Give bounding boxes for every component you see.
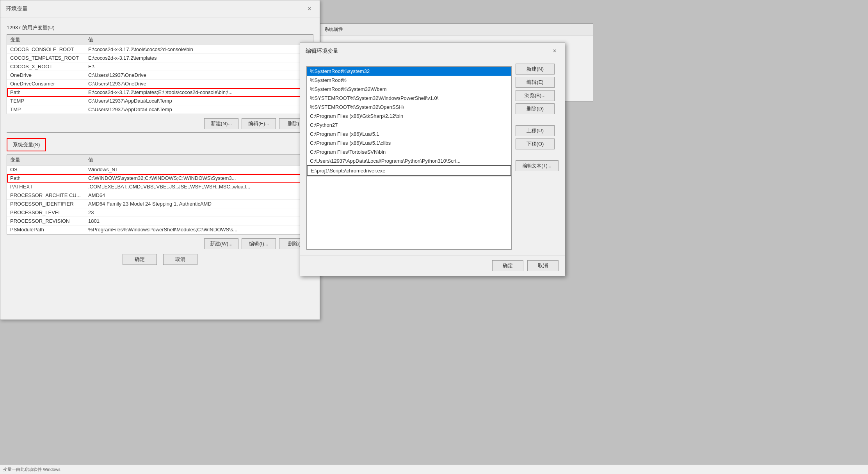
path-list-item[interactable]: %SYSTEMROOT%\System32\WindowsPowerShell\… (307, 94, 511, 103)
path-list-item[interactable]: %SYSTEMROOT%\System32\OpenSSH\ (307, 103, 511, 112)
path-list-item[interactable]: %SystemRoot%\System32\Wbem (307, 85, 511, 94)
user-table-row[interactable]: OneDriveConsumerC:\Users\12937\OneDrive (7, 80, 313, 88)
env-cancel-btn[interactable]: 取消 (163, 254, 197, 265)
user-val-cell: E:\cocos2d-x-3.17.2\templates (85, 54, 313, 62)
user-section-label: 12937 的用户变量(U) (7, 24, 313, 31)
path-list-item[interactable]: C:\Program Files (x86)\GtkSharp\2.12\bin (307, 112, 511, 121)
system-table-col-var: 变量 (7, 155, 85, 165)
system-val-cell: AMD64 (85, 191, 313, 200)
system-val-cell: %ProgramFiles%\WindowsPowerShell\Modules… (85, 225, 313, 234)
system-var-cell: PATHEXT (7, 183, 85, 191)
edit-text-btn[interactable]: 编辑文本(T)... (516, 160, 559, 171)
env-ok-btn[interactable]: 确定 (123, 254, 157, 265)
user-table-col-val: 值 (85, 35, 313, 45)
path-list-item[interactable]: C:\Program Files (x86)\Lua\5.1\clibs (307, 138, 511, 147)
env-dialog-body: 12937 的用户变量(U) 变量 值 COCOS_CONSOLE_ROOTE:… (0, 18, 320, 271)
edit-cancel-btn[interactable]: 取消 (527, 260, 559, 271)
system-table-row[interactable]: PROCESSOR_IDENTIFIERAMD64 Family 23 Mode… (7, 200, 313, 208)
user-var-cell: OneDriveConsumer (7, 80, 85, 88)
env-dialog-titlebar: 环境变量 × (0, 0, 320, 18)
system-var-cell: PROCESSOR_IDENTIFIER (7, 200, 85, 208)
user-var-cell: COCOS_CONSOLE_ROOT (7, 45, 85, 54)
edit-edit-btn[interactable]: 编辑(E) (516, 77, 555, 88)
system-new-btn[interactable]: 新建(W)... (204, 238, 238, 249)
user-table-row[interactable]: TMPC:\Users\12937\AppData\Local\Temp (7, 105, 313, 114)
user-btn-row: 新建(N)... 编辑(E)... 删除(D) (7, 118, 313, 129)
section-divider (7, 132, 313, 133)
user-table-row[interactable]: COCOS_CONSOLE_ROOTE:\cocos2d-x-3.17.2\to… (7, 45, 313, 54)
user-table-row[interactable]: COCOS_X_ROOTE:\ (7, 62, 313, 71)
user-val-cell: C:\Users\12937\AppData\Local\Temp (85, 105, 313, 114)
system-table-row[interactable]: PROCESSOR_LEVEL23 (7, 208, 313, 217)
user-val-cell: C:\Users\12937\OneDrive (85, 80, 313, 88)
system-var-cell: PROCESSOR_REVISION (7, 217, 85, 225)
system-val-cell: AMD64 Family 23 Model 24 Stepping 1, Aut… (85, 200, 313, 208)
system-table-row[interactable]: PathC:\WINDOWS\system32;C:\WINDOWS;C:\WI… (7, 174, 313, 183)
system-table-row[interactable]: PROCESSOR_REVISION1801 (7, 217, 313, 225)
path-list-item[interactable]: C:\Users\12937\AppData\Local\Programs\Py… (307, 156, 511, 165)
user-edit-btn[interactable]: 编辑(E)... (242, 118, 276, 129)
edit-delete-btn[interactable]: 删除(D) (516, 103, 555, 114)
edit-action-buttons: 新建(N) 编辑(E) 浏览(B)... 删除(D) 上移(U) 下移(O) 编… (516, 64, 559, 171)
env-dialog-title: 环境变量 (6, 5, 28, 12)
system-vars-table-container: 变量 值 OSWindows_NTPathC:\WINDOWS\system32… (7, 154, 313, 234)
system-var-cell: Path (7, 174, 85, 183)
status-bar: 变量一由此启动软件 Windows (0, 465, 868, 474)
edit-dialog-close-btn[interactable]: × (550, 46, 559, 56)
user-table-row[interactable]: TEMPC:\Users\12937\AppData\Local\Temp (7, 97, 313, 105)
system-val-cell: .COM;.EXE;.BAT;.CMD;.VBS;.VBE;.JS;.JSE;.… (85, 183, 313, 191)
user-var-cell: TMP (7, 105, 85, 114)
user-var-cell: COCOS_X_ROOT (7, 62, 85, 71)
edit-browse-btn[interactable]: 浏览(B)... (516, 90, 555, 101)
system-val-cell: Windows_NT (85, 165, 313, 174)
system-var-cell: PROCESSOR_ARCHITE CU... (7, 191, 85, 200)
system-var-cell: PSModulePath (7, 225, 85, 234)
system-vars-label[interactable]: 系统变量(S) (7, 138, 46, 151)
user-table-col-var: 变量 (7, 35, 85, 45)
user-table-row[interactable]: PathE:\cocos2d-x-3.17.2\templates;E:\;\t… (7, 88, 313, 97)
edit-ok-btn[interactable]: 确定 (492, 260, 523, 271)
user-table-row[interactable]: COCOS_TEMPLATES_ROOTE:\cocos2d-x-3.17.2\… (7, 54, 313, 62)
system-table-row[interactable]: PSModulePath%ProgramFiles%\WindowsPowerS… (7, 225, 313, 234)
system-vars-table: 变量 值 OSWindows_NTPathC:\WINDOWS\system32… (7, 155, 313, 234)
system-var-cell: PROCESSOR_LEVEL (7, 208, 85, 217)
system-edit-btn[interactable]: 编辑(I)... (242, 238, 276, 249)
user-vars-table: 变量 值 COCOS_CONSOLE_ROOTE:\cocos2d-x-3.17… (7, 35, 313, 114)
system-val-cell: 1801 (85, 217, 313, 225)
user-val-cell: C:\Users\12937\OneDrive (85, 71, 313, 80)
env-variables-dialog: 环境变量 × 12937 的用户变量(U) 变量 值 COCOS_CONSOLE… (0, 0, 320, 320)
system-var-cell: OS (7, 165, 85, 174)
path-list-item[interactable]: %SystemRoot%\system32 (307, 67, 511, 76)
user-var-cell: OneDrive (7, 71, 85, 80)
status-bar-text: 变量一由此启动软件 Windows (3, 467, 60, 472)
system-table-row[interactable]: PROCESSOR_ARCHITE CU...AMD64 (7, 191, 313, 200)
edit-env-dialog: 编辑环境变量 × %SystemRoot%\system32%SystemRoo… (300, 42, 565, 276)
path-list-item[interactable]: C:\Program Files (x86)\Lua\5.1 (307, 130, 511, 138)
user-vars-table-container: 变量 值 COCOS_CONSOLE_ROOTE:\cocos2d-x-3.17… (7, 34, 313, 114)
user-var-cell: COCOS_TEMPLATES_ROOT (7, 54, 85, 62)
user-val-cell: C:\Users\12937\AppData\Local\Temp (85, 97, 313, 105)
user-table-row[interactable]: OneDriveC:\Users\12937\OneDrive (7, 71, 313, 80)
user-var-cell: TEMP (7, 97, 85, 105)
user-new-btn[interactable]: 新建(N)... (204, 118, 238, 129)
path-list-item[interactable]: C:\Python27 (307, 121, 511, 130)
user-val-cell: E:\cocos2d-x-3.17.2\templates;E:\;\tools… (85, 88, 313, 97)
system-table-col-val: 值 (85, 155, 313, 165)
path-list[interactable]: %SystemRoot%\system32%SystemRoot%%System… (306, 66, 512, 250)
bg-window-title: 系统属性 (320, 24, 593, 36)
path-list-item[interactable]: E:\proj1\Scripts\chromedriver.exe (307, 165, 511, 176)
system-table-row[interactable]: OSWindows_NT (7, 165, 313, 174)
user-val-cell: E:\cocos2d-x-3.17.2\tools\cocos2d-consol… (85, 45, 313, 54)
env-dialog-close-btn[interactable]: × (305, 4, 314, 14)
system-table-row[interactable]: PATHEXT.COM;.EXE;.BAT;.CMD;.VBS;.VBE;.JS… (7, 183, 313, 191)
user-var-cell: Path (7, 88, 85, 97)
system-val-cell: C:\WINDOWS\system32;C:\WINDOWS;C:\WINDOW… (85, 174, 313, 183)
edit-move-up-btn[interactable]: 上移(U) (516, 125, 555, 136)
path-list-item[interactable]: %SystemRoot% (307, 76, 511, 85)
system-btn-row: 新建(W)... 编辑(I)... 删除(L) (7, 238, 313, 249)
edit-move-down-btn[interactable]: 下移(O) (516, 138, 555, 149)
edit-dialog-titlebar: 编辑环境变量 × (300, 43, 565, 60)
edit-dialog-title: 编辑环境变量 (306, 48, 338, 55)
edit-new-btn[interactable]: 新建(N) (516, 64, 555, 75)
path-list-item[interactable]: C:\Program Files\TortoiseSVN\bin (307, 147, 511, 156)
